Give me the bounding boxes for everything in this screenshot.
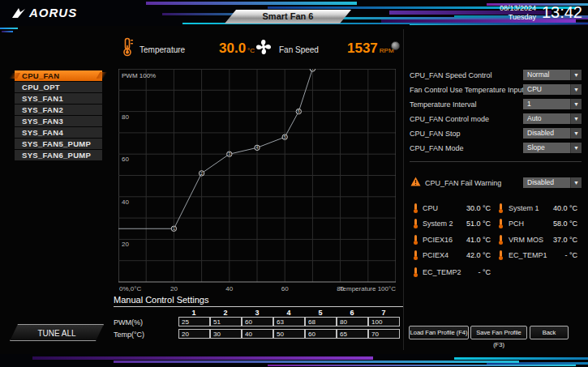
thermometer-icon <box>413 267 418 277</box>
chevron-down-icon: ▼ <box>570 99 582 109</box>
column-header-5: 5 <box>305 309 336 317</box>
date-label: 08/13/2024 <box>500 4 536 13</box>
back-button[interactable]: Back <box>530 326 569 339</box>
thermometer-icon <box>413 250 418 260</box>
setting-label-speed-control: CPU_FAN Speed Control <box>410 71 492 79</box>
temp-value-pciex4: 42.0 °C <box>442 251 491 259</box>
fan-speed-label: Fan Speed <box>279 45 319 54</box>
chevron-down-icon: ▼ <box>570 84 582 95</box>
chevron-down-icon: ▼ <box>570 177 582 188</box>
bottom-banner <box>0 354 588 367</box>
y-tick-label: 40 <box>122 198 129 206</box>
glitch-decoration <box>0 28 21 33</box>
fan-item-sys-fan6-pump[interactable]: SYS_FAN6_PUMP <box>15 150 102 160</box>
dropdown-value: Normal <box>523 70 570 80</box>
fan-item-sys-fan4[interactable]: SYS_FAN4 <box>15 127 102 138</box>
gear-icon[interactable] <box>391 41 400 50</box>
fan-item-sys-fan1[interactable]: SYS_FAN1 <box>15 93 102 104</box>
fan-item-sys-fan3[interactable]: SYS_FAN3 <box>15 116 102 126</box>
chevron-down-icon: ▼ <box>570 70 582 80</box>
manual-control-title: Manual Control Settings <box>114 295 208 305</box>
temp-value-cpu: 30.0 °C <box>442 204 491 212</box>
load-fan-profile-button[interactable]: Load Fan Profile (F4) <box>409 326 469 339</box>
x-tick-label: 60 <box>281 285 289 292</box>
y-axis-top-label: PWM 100% <box>122 72 156 79</box>
time-label: 13:42 <box>542 3 582 22</box>
save-fan-profile-button[interactable]: Save Fan Profile (F3) <box>470 326 527 339</box>
dropdown-fan-stop[interactable]: Disabled▼ <box>523 128 582 139</box>
pwm-input-4[interactable] <box>273 317 305 326</box>
chevron-down-icon: ▼ <box>570 143 582 153</box>
x-tick-label: 40 <box>225 285 233 292</box>
temp-value-system1: 40.0 °C <box>529 204 577 212</box>
column-header-3: 3 <box>242 309 273 317</box>
setting-label-fan-stop: CPU_FAN Stop <box>410 130 461 138</box>
fan-item-label: SYS_FAN4 <box>22 128 63 137</box>
temp-input-7[interactable] <box>368 329 400 339</box>
setting-label-temp-input: Fan Control Use Temperature Input <box>410 86 524 94</box>
temp-value-vrm-mos: 37.0 °C <box>529 236 577 244</box>
temp-input-5[interactable] <box>305 329 337 339</box>
x-tick-label: 20 <box>170 285 178 292</box>
setting-label-fan-mode: CPU_FAN Mode <box>410 144 464 152</box>
dropdown-value: 1 <box>523 99 570 109</box>
temp-input-6[interactable] <box>337 329 368 339</box>
chevron-down-icon: ▼ <box>570 128 582 139</box>
fan-item-cpu-opt[interactable]: CPU_OPT <box>15 82 102 92</box>
thermometer-icon <box>498 203 504 213</box>
temp-value-ec-temp2: - °C <box>442 268 491 276</box>
column-header-1: 1 <box>178 309 209 317</box>
date-block: 08/13/2024 Tuesday <box>500 4 536 22</box>
fan-curve-panel: PWM 100%80604020204060800%,0°CTemperatur… <box>118 69 396 293</box>
column-header-4: 4 <box>273 309 304 317</box>
temp-value-pch: 58.0 °C <box>529 220 577 228</box>
temp-input-2[interactable] <box>210 329 242 339</box>
dropdown-temp-input[interactable]: CPU▼ <box>523 84 582 95</box>
temp-input-3[interactable] <box>242 329 273 339</box>
dropdown-value: Slope <box>523 143 570 153</box>
temp-label-pch: PCH <box>509 220 524 228</box>
column-header-6: 6 <box>337 309 367 317</box>
dropdown-temp-interval[interactable]: 1▼ <box>523 99 582 109</box>
aorus-logo: AORUS <box>11 6 77 19</box>
fan-item-label: SYS_FAN1 <box>22 94 63 103</box>
fan-speed-value: 1537RPM <box>347 41 394 57</box>
thermometer-icon <box>413 235 418 245</box>
chevron-down-icon: ▼ <box>570 113 582 124</box>
dropdown-fail-warning[interactable]: Disabled▼ <box>523 177 582 188</box>
pwm-input-1[interactable] <box>178 317 210 326</box>
fan-item-label: SYS_FAN5_PUMP <box>22 139 91 148</box>
pwm-input-5[interactable] <box>305 317 337 326</box>
divider <box>410 161 582 162</box>
column-header-2: 2 <box>210 309 241 317</box>
dropdown-fan-mode[interactable]: Slope▼ <box>523 143 582 153</box>
thermometer-icon <box>498 250 504 260</box>
dropdown-control-mode[interactable]: Auto▼ <box>523 113 582 124</box>
fan-curve-line <box>118 69 312 228</box>
pwm-input-7[interactable] <box>368 317 400 326</box>
temp-input-1[interactable] <box>178 329 210 339</box>
dropdown-speed-control[interactable]: Normal▼ <box>523 70 582 80</box>
temp-value-ec-temp1: - °C <box>529 251 577 259</box>
divider <box>403 29 404 350</box>
setting-label-control-mode: CPU_FAN Control mode <box>410 115 489 123</box>
fan-item-cpu-fan[interactable]: CPU_FAN <box>15 70 102 81</box>
pwm-row-label: PWM(%) <box>114 318 143 326</box>
fan-curve-chart[interactable]: PWM 100%80604020204060800%,0°CTemperatur… <box>118 69 396 293</box>
top-banner: AORUS Smart Fan 6 08/13/2024 Tuesday 13:… <box>0 0 588 26</box>
fan-item-label: CPU_OPT <box>22 83 60 92</box>
dropdown-value: CPU <box>523 84 570 95</box>
fan-item-sys-fan5-pump[interactable]: SYS_FAN5_PUMP <box>15 139 102 149</box>
dropdown-value: Disabled <box>523 128 570 139</box>
temp-label-cpu: CPU <box>423 204 438 212</box>
pwm-input-2[interactable] <box>210 317 242 326</box>
pwm-input-3[interactable] <box>242 317 273 326</box>
x-axis-end-label: Temperature 100°C <box>340 285 396 292</box>
fan-item-label: SYS_FAN6_PUMP <box>22 151 91 160</box>
weekday-label: Tuesday <box>500 13 536 22</box>
tune-all-button[interactable]: TUNE ALL <box>10 324 104 341</box>
pwm-input-6[interactable] <box>337 317 368 326</box>
temp-input-4[interactable] <box>273 329 305 339</box>
fan-item-sys-fan2[interactable]: SYS_FAN2 <box>15 105 102 115</box>
dropdown-value: Disabled <box>523 177 570 188</box>
